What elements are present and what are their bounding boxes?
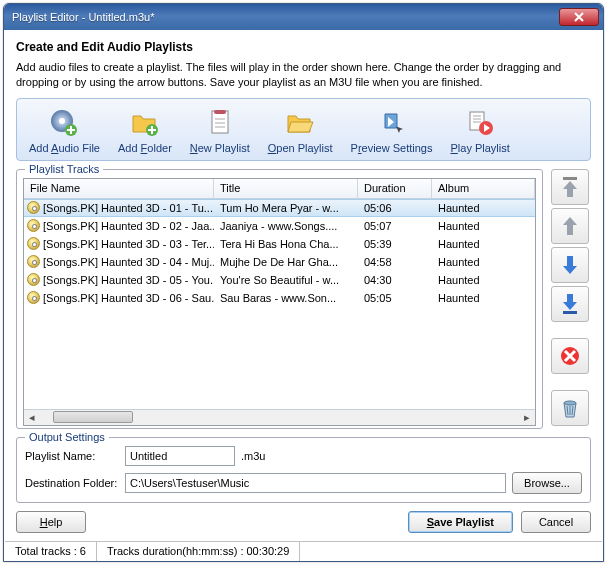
reorder-buttons: [549, 169, 591, 429]
move-up-button[interactable]: [551, 208, 589, 244]
open-playlist-button[interactable]: Open Playlist: [260, 105, 341, 156]
arrow-down-icon: [559, 253, 581, 277]
disc-icon: [27, 219, 40, 232]
cell-duration: 05:39: [358, 238, 432, 250]
close-button[interactable]: [559, 8, 599, 26]
open-playlist-icon: [284, 107, 316, 139]
move-bottom-button[interactable]: [551, 286, 589, 322]
output-group-title: Output Settings: [25, 431, 109, 443]
arrow-up-icon: [559, 214, 581, 238]
remove-icon: [559, 345, 581, 367]
cell-filename: [Songs.PK] Haunted 3D - 03 - Ter...: [43, 238, 214, 250]
cell-duration: 05:06: [358, 202, 432, 214]
table-row[interactable]: [Songs.PK] Haunted 3D - 04 - Muj...Mujhe…: [24, 253, 535, 271]
playlist-name-input[interactable]: [125, 446, 235, 466]
cell-album: Haunted: [432, 202, 535, 214]
remove-button[interactable]: [551, 338, 589, 374]
preview-settings-button[interactable]: Preview Settings: [343, 105, 441, 156]
output-settings-group: Output Settings Playlist Name: .m3u Dest…: [16, 437, 591, 503]
cell-title: Tum Ho Mera Pyar - w...: [214, 202, 358, 214]
save-playlist-button[interactable]: Save Playlist: [408, 511, 513, 533]
status-total: Total tracks : 6: [5, 542, 97, 561]
playlist-editor-window: Playlist Editor - Untitled.m3u* Create a…: [3, 3, 604, 562]
status-duration: Tracks duration(hh:mm:ss) : 00:30:29: [97, 542, 300, 561]
cell-album: Haunted: [432, 256, 535, 268]
playlist-name-label: Playlist Name:: [25, 450, 119, 462]
cell-album: Haunted: [432, 238, 535, 250]
scroll-thumb[interactable]: [53, 411, 133, 423]
open-playlist-label: Open Playlist: [268, 142, 333, 154]
disc-icon: [27, 237, 40, 250]
new-playlist-label: New Playlist: [190, 142, 250, 154]
table-row[interactable]: [Songs.PK] Haunted 3D - 02 - Jaa...Jaani…: [24, 217, 535, 235]
destination-label: Destination Folder:: [25, 477, 119, 489]
cell-album: Haunted: [432, 220, 535, 232]
column-title[interactable]: Title: [214, 179, 358, 198]
disc-icon: [27, 255, 40, 268]
cell-title: Jaaniya - www.Songs....: [214, 220, 358, 232]
arrow-top-icon: [559, 175, 581, 199]
table-row[interactable]: [Songs.PK] Haunted 3D - 01 - Tu...Tum Ho…: [24, 199, 535, 217]
cell-duration: 05:07: [358, 220, 432, 232]
help-button[interactable]: Help: [16, 511, 86, 533]
svg-point-11: [564, 401, 576, 405]
disc-icon: [27, 201, 40, 214]
column-filename[interactable]: File Name: [24, 179, 214, 198]
svg-rect-9: [563, 311, 577, 314]
add-folder-label: Add Folder: [118, 142, 172, 154]
arrow-bottom-icon: [559, 292, 581, 316]
page-description: Add audio files to create a playlist. Th…: [16, 60, 591, 90]
disc-icon: [27, 273, 40, 286]
play-playlist-icon: [464, 107, 496, 139]
add-folder-icon: [129, 107, 161, 139]
clear-button[interactable]: [551, 390, 589, 426]
scroll-left-icon[interactable]: ◂: [25, 410, 39, 424]
move-down-button[interactable]: [551, 247, 589, 283]
disc-icon: [27, 291, 40, 304]
preview-settings-label: Preview Settings: [351, 142, 433, 154]
destination-input[interactable]: [125, 473, 506, 493]
toolbar: Add Audio File Add Folder New Playlist O…: [16, 98, 591, 161]
svg-rect-4: [212, 111, 228, 133]
cell-filename: [Songs.PK] Haunted 3D - 06 - Sau...: [43, 292, 214, 304]
cell-filename: [Songs.PK] Haunted 3D - 04 - Muj...: [43, 256, 214, 268]
scroll-right-icon[interactable]: ▸: [520, 410, 534, 424]
play-playlist-label: Play Playlist: [451, 142, 510, 154]
svg-rect-5: [214, 110, 226, 114]
table-row[interactable]: [Songs.PK] Haunted 3D - 03 - Ter...Tera …: [24, 235, 535, 253]
play-playlist-button[interactable]: Play Playlist: [443, 105, 518, 156]
cell-title: Mujhe De De Har Gha...: [214, 256, 358, 268]
cell-filename: [Songs.PK] Haunted 3D - 02 - Jaa...: [43, 220, 214, 232]
cell-title: Tera Hi Bas Hona Cha...: [214, 238, 358, 250]
horizontal-scrollbar[interactable]: ◂ ▸: [24, 409, 535, 425]
cell-album: Haunted: [432, 274, 535, 286]
cancel-button[interactable]: Cancel: [521, 511, 591, 533]
new-playlist-button[interactable]: New Playlist: [182, 105, 258, 156]
tracks-header[interactable]: File Name Title Duration Album: [24, 179, 535, 199]
tracks-list[interactable]: File Name Title Duration Album [Songs.PK…: [23, 178, 536, 426]
dialog-buttons: Help Save Playlist Cancel: [16, 511, 591, 533]
cell-album: Haunted: [432, 292, 535, 304]
titlebar: Playlist Editor - Untitled.m3u*: [4, 4, 603, 30]
add-audio-file-button[interactable]: Add Audio File: [21, 105, 108, 156]
column-album[interactable]: Album: [432, 179, 535, 198]
playlist-tracks-group: Playlist Tracks File Name Title Duration…: [16, 169, 543, 429]
browse-button[interactable]: Browse...: [512, 472, 582, 494]
new-playlist-icon: [204, 107, 236, 139]
move-top-button[interactable]: [551, 169, 589, 205]
add-folder-button[interactable]: Add Folder: [110, 105, 180, 156]
table-row[interactable]: [Songs.PK] Haunted 3D - 06 - Sau...Sau B…: [24, 289, 535, 307]
statusbar: Total tracks : 6 Tracks duration(hh:mm:s…: [5, 541, 602, 561]
svg-point-1: [59, 118, 65, 124]
trash-icon: [559, 396, 581, 420]
cell-title: You're So Beautiful - w...: [214, 274, 358, 286]
window-title: Playlist Editor - Untitled.m3u*: [12, 11, 559, 23]
table-row[interactable]: [Songs.PK] Haunted 3D - 05 - You...You'r…: [24, 271, 535, 289]
page-heading: Create and Edit Audio Playlists: [16, 40, 591, 54]
cell-duration: 04:30: [358, 274, 432, 286]
cell-duration: 04:58: [358, 256, 432, 268]
tracks-group-title: Playlist Tracks: [25, 163, 103, 175]
cell-title: Sau Baras - www.Son...: [214, 292, 358, 304]
column-duration[interactable]: Duration: [358, 179, 432, 198]
preview-settings-icon: [376, 107, 408, 139]
